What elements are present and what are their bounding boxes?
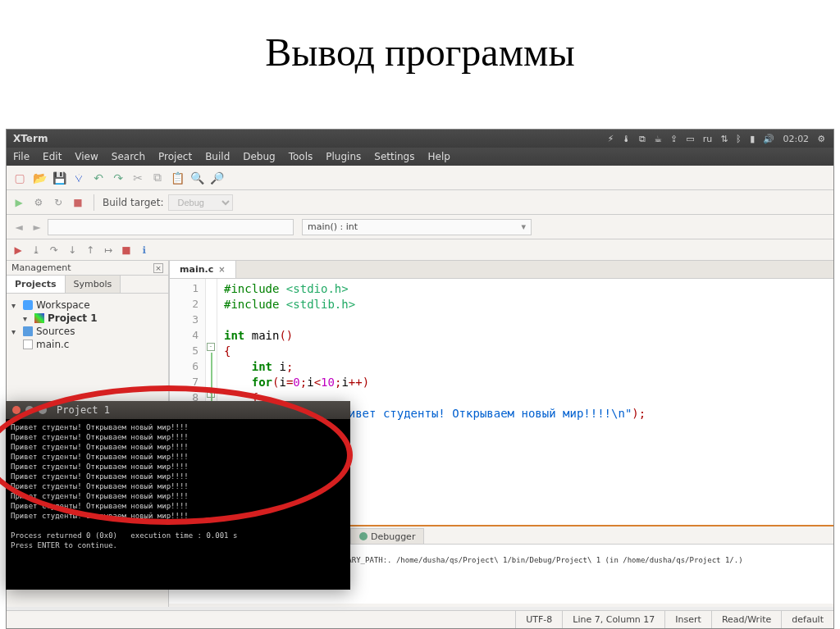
menu-view[interactable]: View bbox=[68, 151, 104, 162]
menu-plugins[interactable]: Plugins bbox=[319, 151, 368, 162]
terminal-minimize-button[interactable] bbox=[25, 406, 34, 414]
tree-workspace[interactable]: ▾Workspace bbox=[11, 299, 163, 312]
debugger-icon bbox=[359, 532, 368, 540]
cut-button[interactable]: ✂ bbox=[130, 170, 146, 186]
undo-button[interactable]: ↶ bbox=[90, 170, 107, 186]
redo-button[interactable]: ↷ bbox=[110, 170, 126, 186]
terminal-output[interactable]: Привет студенты! Открываем новый мир!!!!… bbox=[6, 419, 350, 554]
build-run-button[interactable]: ⚙ bbox=[31, 195, 46, 210]
main-toolbar: ▢ 📂 💾 ⩒ ↶ ↷ ✂ ⧉ 📋 🔍 🔎 bbox=[7, 166, 833, 190]
management-panel-title: Management × bbox=[7, 261, 168, 276]
terminal-title: Project 1 bbox=[57, 404, 110, 416]
menu-file[interactable]: File bbox=[7, 151, 36, 162]
management-tabs: Projects Symbols bbox=[7, 276, 168, 294]
tray-temp-icon: 🌡 bbox=[622, 134, 631, 144]
terminal-close-button[interactable] bbox=[12, 406, 21, 414]
tray-keyboard-layout[interactable]: ru bbox=[703, 134, 713, 144]
tray-updates-icon: ⇪ bbox=[670, 134, 678, 144]
panel-close-icon[interactable]: × bbox=[153, 263, 163, 273]
build-target-select[interactable]: Debug bbox=[168, 194, 233, 211]
nav-toolbar: ◄ ► main() : int bbox=[7, 215, 833, 239]
new-file-button[interactable]: ▢ bbox=[11, 170, 28, 186]
tray-clock: 02:02 bbox=[783, 134, 809, 144]
menu-bar: File Edit View Search Project Build Debu… bbox=[7, 148, 833, 166]
find-button[interactable]: 🔍 bbox=[189, 170, 205, 186]
tree-sources-folder[interactable]: ▾Sources bbox=[11, 325, 163, 338]
build-toolbar: ▶ ⚙ ↻ ■ Build target: Debug bbox=[7, 190, 833, 215]
tray-battery-icon: ▮ bbox=[750, 134, 755, 144]
debug-step-in-icon[interactable]: ↓ bbox=[66, 244, 79, 257]
tray-volume-icon: 🔊 bbox=[763, 134, 774, 144]
debug-info-icon[interactable]: ℹ bbox=[138, 244, 151, 257]
editor-tabs: main.c × bbox=[170, 261, 833, 279]
run-button[interactable]: ▶ bbox=[11, 195, 26, 210]
paste-button[interactable]: 📋 bbox=[169, 170, 185, 186]
tray-network-icon: ⇅ bbox=[720, 134, 728, 144]
menu-build[interactable]: Build bbox=[199, 151, 236, 162]
scope-input[interactable] bbox=[48, 219, 294, 235]
function-dropdown[interactable]: main() : int bbox=[302, 219, 532, 235]
menu-tools[interactable]: Tools bbox=[282, 151, 320, 162]
window-title: XTerm bbox=[7, 133, 54, 144]
nav-back-button[interactable]: ◄ bbox=[11, 220, 26, 235]
debug-run-to-icon[interactable]: ⤓ bbox=[30, 244, 43, 257]
slide-title: Вывод программы bbox=[0, 0, 840, 91]
rebuild-button[interactable]: ↻ bbox=[51, 195, 66, 210]
tray-dropbox-icon: ⧉ bbox=[639, 134, 646, 144]
file-icon bbox=[23, 340, 33, 349]
folder-icon bbox=[23, 326, 33, 336]
terminal-window[interactable]: Project 1 Привет студенты! Открываем нов… bbox=[6, 401, 350, 590]
status-readwrite: Read/Write bbox=[711, 611, 781, 628]
window-titlebar: XTerm ⚡ 🌡 ⧉ ☕ ⇪ ▭ ru ⇅ ᛒ ▮ 🔊 02:02 ⚙ bbox=[7, 130, 833, 148]
status-bar: UTF-8 Line 7, Column 17 Insert Read/Writ… bbox=[7, 610, 833, 628]
status-encoding[interactable]: UTF-8 bbox=[515, 611, 562, 628]
tray-display-icon: ▭ bbox=[686, 134, 694, 144]
tab-close-icon[interactable]: × bbox=[218, 265, 225, 274]
build-target-label: Build target: bbox=[103, 197, 163, 208]
tree-file-mainc[interactable]: main.c bbox=[11, 338, 163, 351]
workspace-icon bbox=[23, 300, 33, 310]
nav-forward-button[interactable]: ► bbox=[30, 220, 44, 235]
debug-toolbar: ▶ ⤓ ↷ ↓ ↑ ↦ ■ ℹ bbox=[7, 239, 833, 261]
menu-debug[interactable]: Debug bbox=[236, 151, 281, 162]
tray-bluetooth-icon: ᛒ bbox=[736, 134, 742, 144]
editor-tab-mainc[interactable]: main.c × bbox=[170, 261, 236, 278]
project-tree: ▾Workspace ▾Project 1 ▾Sources main.c bbox=[7, 294, 168, 356]
menu-help[interactable]: Help bbox=[421, 151, 456, 162]
status-cursor: Line 7, Column 17 bbox=[562, 611, 664, 628]
tray-power-icon: ⚡ bbox=[607, 134, 614, 144]
debug-next-icon[interactable]: ↷ bbox=[48, 244, 61, 257]
tab-projects[interactable]: Projects bbox=[7, 276, 66, 293]
tab-debugger[interactable]: Debugger bbox=[350, 528, 424, 544]
status-eol[interactable]: default bbox=[781, 611, 833, 628]
toolbar-separator bbox=[94, 194, 94, 211]
open-file-button[interactable]: 📂 bbox=[31, 170, 48, 186]
tree-project[interactable]: ▾Project 1 bbox=[11, 312, 163, 325]
menu-project[interactable]: Project bbox=[152, 151, 199, 162]
debug-stop-icon[interactable]: ■ bbox=[120, 244, 133, 257]
terminal-maximize-button[interactable] bbox=[39, 406, 47, 414]
debug-start-icon[interactable]: ▶ bbox=[11, 244, 25, 257]
save-button[interactable]: 💾 bbox=[51, 170, 67, 186]
replace-button[interactable]: 🔎 bbox=[208, 170, 225, 186]
status-insert-mode[interactable]: Insert bbox=[664, 611, 711, 628]
tray-cup-icon: ☕ bbox=[654, 134, 662, 144]
menu-search[interactable]: Search bbox=[105, 151, 152, 162]
menu-edit[interactable]: Edit bbox=[36, 151, 68, 162]
stop-button[interactable]: ■ bbox=[71, 195, 85, 210]
debug-step-out-icon[interactable]: ↑ bbox=[84, 244, 97, 257]
save-all-button[interactable]: ⩒ bbox=[71, 170, 87, 186]
copy-button[interactable]: ⧉ bbox=[149, 170, 166, 186]
system-tray: ⚡ 🌡 ⧉ ☕ ⇪ ▭ ru ⇅ ᛒ ▮ 🔊 02:02 ⚙ bbox=[607, 134, 833, 144]
menu-settings[interactable]: Settings bbox=[368, 151, 421, 162]
debug-continue-icon[interactable]: ↦ bbox=[102, 244, 115, 257]
terminal-titlebar[interactable]: Project 1 bbox=[6, 401, 350, 419]
tray-session-icon: ⚙ bbox=[817, 134, 825, 144]
tab-symbols[interactable]: Symbols bbox=[66, 276, 121, 293]
project-icon bbox=[34, 313, 44, 323]
